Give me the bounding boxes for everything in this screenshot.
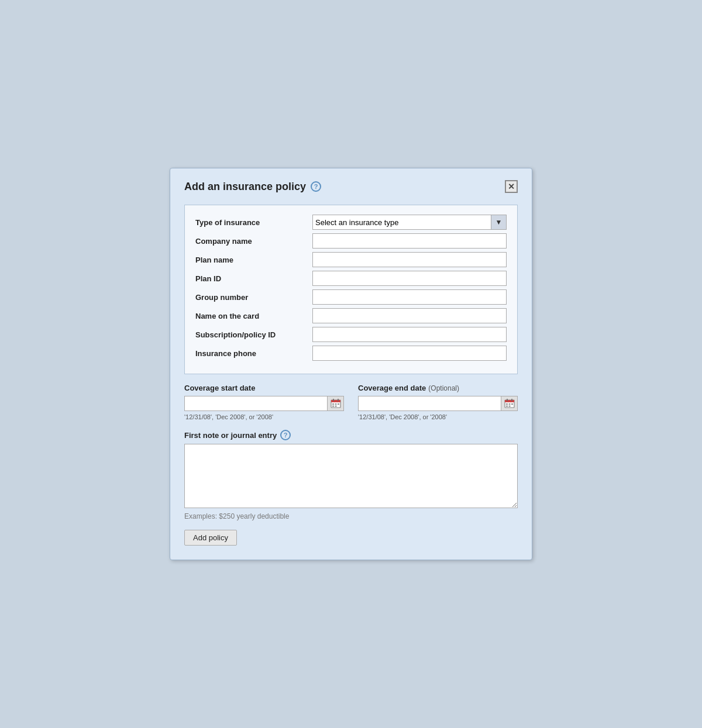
add-policy-button[interactable]: Add policy bbox=[184, 530, 237, 546]
calendar-icon bbox=[331, 399, 341, 408]
coverage-end-date-optional: (Optional) bbox=[428, 384, 459, 392]
subscription-policy-id-input[interactable] bbox=[312, 327, 507, 342]
svg-rect-16 bbox=[506, 406, 508, 407]
svg-rect-8 bbox=[335, 406, 336, 407]
coverage-start-date-group: Coverage start date bbox=[184, 384, 344, 420]
coverage-end-date-hint: '12/31/08', 'Dec 2008', or '2008' bbox=[358, 413, 518, 420]
type-of-insurance-row: Type of insurance Select an insurance ty… bbox=[195, 215, 507, 230]
svg-rect-7 bbox=[332, 406, 334, 407]
add-insurance-dialog: Add an insurance policy ? ✕ Type of insu… bbox=[170, 168, 532, 560]
plan-name-label: Plan name bbox=[195, 256, 312, 264]
type-of-insurance-select[interactable]: Select an insurance type Medical Dental … bbox=[312, 215, 491, 230]
plan-name-row: Plan name bbox=[195, 252, 507, 267]
name-on-card-label: Name on the card bbox=[195, 312, 312, 320]
coverage-end-date-input-row bbox=[358, 396, 518, 411]
group-number-row: Group number bbox=[195, 289, 507, 305]
subscription-policy-id-row: Subscription/policy ID bbox=[195, 327, 507, 342]
svg-rect-14 bbox=[508, 403, 510, 405]
dialog-header: Add an insurance policy ? ✕ bbox=[184, 180, 518, 193]
form-body: Type of insurance Select an insurance ty… bbox=[184, 205, 518, 374]
coverage-start-date-input[interactable] bbox=[184, 396, 328, 411]
svg-rect-15 bbox=[511, 403, 513, 405]
svg-rect-1 bbox=[331, 400, 340, 402]
notes-hint: Examples: $250 yearly deductible bbox=[184, 512, 518, 520]
notes-textarea[interactable] bbox=[184, 444, 518, 508]
svg-rect-6 bbox=[338, 403, 339, 405]
coverage-start-date-input-row bbox=[184, 396, 344, 411]
group-number-input[interactable] bbox=[312, 289, 507, 305]
dialog-title: Add an insurance policy bbox=[184, 181, 306, 193]
company-name-row: Company name bbox=[195, 233, 507, 249]
company-name-label: Company name bbox=[195, 237, 312, 246]
close-button[interactable]: ✕ bbox=[505, 180, 518, 193]
dates-section: Coverage start date bbox=[184, 384, 518, 420]
select-arrow-icon: ▼ bbox=[491, 215, 507, 230]
plan-id-row: Plan ID bbox=[195, 271, 507, 286]
coverage-end-date-input[interactable] bbox=[358, 396, 501, 411]
type-of-insurance-label: Type of insurance bbox=[195, 218, 312, 227]
coverage-start-calendar-button[interactable] bbox=[328, 396, 344, 411]
insurance-phone-label: Insurance phone bbox=[195, 349, 312, 358]
coverage-end-calendar-button[interactable] bbox=[501, 396, 518, 411]
name-on-card-row: Name on the card bbox=[195, 308, 507, 323]
coverage-start-date-label: Coverage start date bbox=[184, 384, 344, 392]
coverage-end-date-group: Coverage end date (Optional) bbox=[358, 384, 518, 420]
notes-section: First note or journal entry ? Examples: … bbox=[184, 430, 518, 520]
plan-name-input[interactable] bbox=[312, 252, 507, 267]
coverage-start-date-hint: '12/31/08', 'Dec 2008', or '2008' bbox=[184, 413, 344, 420]
dialog-title-group: Add an insurance policy ? bbox=[184, 181, 321, 193]
dialog-help-icon[interactable]: ? bbox=[311, 181, 321, 192]
company-name-input[interactable] bbox=[312, 233, 507, 249]
insurance-phone-row: Insurance phone bbox=[195, 346, 507, 361]
coverage-end-date-label: Coverage end date (Optional) bbox=[358, 384, 518, 392]
svg-rect-17 bbox=[508, 406, 510, 407]
svg-rect-5 bbox=[335, 403, 336, 405]
notes-help-icon[interactable]: ? bbox=[280, 430, 291, 440]
svg-rect-10 bbox=[505, 400, 514, 402]
plan-id-input[interactable] bbox=[312, 271, 507, 286]
name-on-card-input[interactable] bbox=[312, 308, 507, 323]
type-of-insurance-select-wrapper: Select an insurance type Medical Dental … bbox=[312, 215, 507, 230]
plan-id-label: Plan ID bbox=[195, 274, 312, 283]
group-number-label: Group number bbox=[195, 293, 312, 302]
calendar-icon bbox=[504, 399, 515, 408]
svg-rect-4 bbox=[332, 403, 334, 405]
insurance-phone-input[interactable] bbox=[312, 346, 507, 361]
svg-rect-13 bbox=[506, 403, 508, 405]
close-icon: ✕ bbox=[508, 182, 515, 191]
notes-label: First note or journal entry ? bbox=[184, 430, 518, 440]
subscription-policy-id-label: Subscription/policy ID bbox=[195, 330, 312, 339]
